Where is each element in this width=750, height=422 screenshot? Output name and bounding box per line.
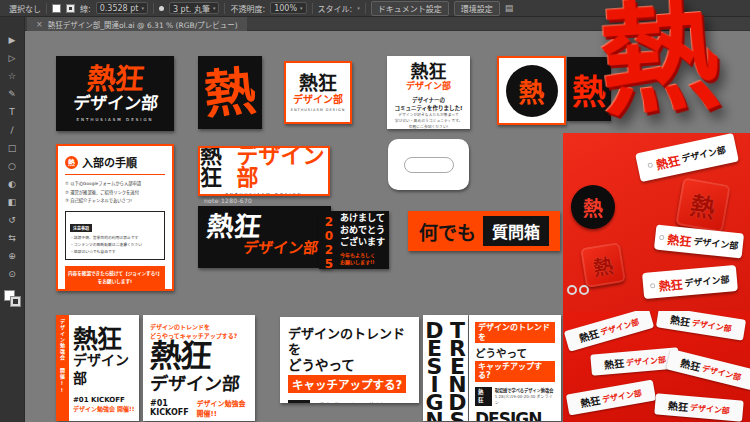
- join-cta: 内容を確認できたら続けて【ジョインする!】をお願いします!: [65, 266, 165, 289]
- sticker-word-designbu: デザイン部: [601, 387, 642, 405]
- sticker-item: 熱狂 デザイン部: [666, 349, 750, 391]
- hand-tool-icon[interactable]: ⊙: [4, 267, 21, 280]
- greeting-line: おめでとう: [340, 225, 385, 237]
- netsu-character: 熱: [688, 185, 719, 225]
- fill-color-swatch[interactable]: [52, 4, 61, 13]
- close-tab-icon[interactable]: ×: [36, 20, 43, 29]
- note-size-label: note 1280-670: [204, 197, 252, 204]
- artboard-logo-small[interactable]: 熱狂 デザイン部 ENTHUSIASM DESIGN: [284, 61, 352, 124]
- rectangle-tool-icon[interactable]: □: [4, 141, 21, 154]
- artboard-keychain-template[interactable]: [388, 139, 469, 190]
- kickoff-main: 熱狂 デザイン部 #01 KICKOFF デザイン勉強会 開催!!: [73, 315, 139, 413]
- transform-tool-icon[interactable]: ⇆: [4, 231, 21, 244]
- sticker-item: 熱狂 デザイン部: [564, 311, 654, 352]
- notice-title: 注意事項: [70, 224, 92, 232]
- divider: [153, 3, 154, 14]
- tag-word-netsukyo: 熱狂: [667, 230, 693, 249]
- zoom-tool-icon[interactable]: ⊕: [4, 249, 21, 262]
- divider: [65, 174, 165, 175]
- logo-word-designbu: デザイン部: [71, 94, 158, 114]
- opacity-input[interactable]: 100% ▾: [270, 2, 306, 14]
- sticker-word-netsukyo: 熱狂: [669, 311, 691, 329]
- steps-title: 入部の手順: [82, 154, 137, 170]
- red-acrylic-tile: 熱: [580, 242, 626, 288]
- step-line: ③ 自己紹介チャンネルであいさつ!: [65, 197, 165, 206]
- selection-status: 選択なし: [9, 3, 41, 14]
- artboard-kickoff-banner[interactable]: デザインのトレンドを どうやってキャッチアップする? 熱狂 デザイン部 #01 …: [143, 315, 255, 421]
- chevron-down-icon[interactable]: ▾: [213, 5, 216, 11]
- logo-word-designbu: デザイン部: [149, 374, 248, 394]
- type-tool-icon[interactable]: T: [4, 105, 21, 118]
- preferences-button[interactable]: 環境設定: [454, 1, 500, 16]
- keychain-hero-photo[interactable]: 熱: [598, 0, 750, 148]
- pen-tool-icon[interactable]: ✎: [4, 87, 21, 100]
- acrylic-netsu-charm: 熱: [596, 0, 725, 130]
- artboard-design-trends-type[interactable]: DESIGN TRENDS: [423, 315, 468, 421]
- stroke-proxy[interactable]: [10, 296, 21, 307]
- panel-toggle-icon[interactable]: ▤: [505, 3, 514, 13]
- headline-line1: デザインのトレンドを: [150, 323, 210, 330]
- netsu-character: 熱: [202, 64, 258, 120]
- artboard-trend-banner-b[interactable]: デザインのトレンドを どうやって キャッチアップする? 熱狂 現場感で学べるデザ…: [469, 315, 561, 421]
- rotate-tool-icon[interactable]: ↺: [4, 213, 21, 226]
- fill-stroke-indicator[interactable]: [4, 290, 21, 307]
- magic-wand-tool-icon[interactable]: ☆: [4, 69, 21, 82]
- artboard-kickoff-vertical[interactable]: デザイン勉強会 開催!! 熱狂 デザイン部 #01 KICKOFF デザイン勉強…: [56, 315, 139, 421]
- stroke-label: 線:: [80, 3, 91, 14]
- tag-hole-icon: [648, 162, 654, 168]
- artboard-trend-banner-a[interactable]: デザインのトレンドを どうやって キャッチアップする? 熱狂 現場感で学べるデザ…: [280, 317, 419, 403]
- netsukyo-logo-chip: 熱狂: [288, 400, 310, 403]
- artboard-join-steps[interactable]: 熱 入部の手順 ① 以下のGoogleフォームから入部申請 ② 運営が確認後、ご…: [56, 144, 174, 291]
- stroke-width-input[interactable]: 0.3528 pt ▾: [96, 2, 148, 14]
- vertical-word-trends: TRENDS: [446, 318, 468, 421]
- document-setup-button[interactable]: ドキュメント設定: [371, 1, 449, 16]
- trend-line2: どうやって: [475, 345, 555, 360]
- artboard-note-banner[interactable]: 熱狂 デザイン部: [198, 206, 331, 268]
- document-tab[interactable]: × 熱狂デザイン部_関連ol.ai @ 6.31 % (RGB/プレビュー): [27, 17, 247, 31]
- step-line: ① 以下のGoogleフォームから入部申請: [65, 180, 165, 189]
- artboard-logo-black[interactable]: 熱狂 デザイン部 ENTHUSIASM DESIGN: [56, 56, 174, 131]
- line-tool-icon[interactable]: ∕: [4, 123, 21, 136]
- netsu-character: 熱: [583, 193, 603, 222]
- divider: [312, 3, 313, 14]
- logo-word-netsukyo: 熱狂: [200, 146, 237, 189]
- ellipse-tool-icon[interactable]: ○: [4, 159, 21, 172]
- merch-photo-stickers[interactable]: 熱狂 デザイン部 熱狂 デザイン部 熱狂 デザイン部 熱狂 デザイン部 熱狂 デ…: [563, 311, 750, 422]
- greeting-small-line: 今年もよろしく: [340, 252, 385, 260]
- artboard-question-box[interactable]: 何でも 質問箱: [408, 211, 560, 251]
- tag-word-netsukyo: 熱狂: [654, 151, 681, 173]
- trend-line1-highlight: デザインのトレンドを: [475, 322, 555, 343]
- artboard-logo-wide[interactable]: 熱狂 デザイン部 ENTHUSIASM DESIGN: [198, 146, 330, 196]
- merch-photo-keychains[interactable]: 熱狂 デザイン部 熱 熱 熱狂 デザイン部 熱 熱狂 デザイン部: [563, 133, 750, 311]
- greeting-line: あけまして: [340, 213, 385, 225]
- logo-word-netsukyo: 熱狂: [85, 65, 144, 94]
- tag-word-designbu: デザイン部: [693, 234, 739, 252]
- logo-word-netsukyo: 熱狂: [149, 340, 249, 374]
- style-dropdown-icon[interactable]: ▾: [357, 5, 360, 11]
- artboard-netsu-circle[interactable]: 熱: [497, 56, 566, 125]
- direct-selection-tool-icon[interactable]: ▷: [4, 51, 21, 64]
- chevron-down-icon[interactable]: ▾: [300, 5, 303, 11]
- artboard-community-card[interactable]: 熱狂 デザイン部 デザイナーの コミュニティを作りました! デザインが好きな人た…: [387, 56, 470, 129]
- brush-select[interactable]: 3 pt. 丸筆 ▾: [169, 2, 219, 14]
- logo-word-designbu: デザイン部: [73, 352, 139, 387]
- gradient-tool-icon[interactable]: ◐: [4, 177, 21, 190]
- artboard-newyear-card[interactable]: 2025 あけまして おめでとう ございます 今年もよろしく お願いします!!: [319, 211, 389, 269]
- white-tag-keychain: 熱狂 デザイン部: [642, 265, 738, 299]
- sticker-word-netsukyo: 熱狂: [579, 392, 601, 410]
- trend-line3-highlight: キャッチアップする?: [475, 361, 555, 382]
- side-strip-text: デザイン勉強会 開催!!: [59, 319, 66, 421]
- trend-line1: デザインのトレンドを: [288, 326, 411, 357]
- sticker-item: 熱狂 デザイン部: [654, 393, 743, 422]
- artboard-netsu-black[interactable]: 熱: [198, 56, 262, 129]
- event-info-row: 熱狂 現場感で学べるデザイン勉強会 1.28(火)19:00-20:30 オンラ…: [288, 400, 411, 403]
- sticker-word-designbu: デザイン部: [626, 353, 667, 367]
- style-label: スタイル:: [318, 3, 353, 14]
- stroke-color-swatch[interactable]: [66, 4, 75, 13]
- stepper-icon[interactable]: ▾: [141, 5, 144, 11]
- body-line3: 気軽にご参加ください!: [409, 124, 448, 129]
- sticker-word-netsukyo: 熱狂: [679, 355, 702, 374]
- artboard-tool-icon[interactable]: ◧: [4, 195, 21, 208]
- selection-tool-icon[interactable]: ▶: [4, 33, 21, 46]
- trend-line3-highlight: キャッチアップする?: [288, 375, 406, 393]
